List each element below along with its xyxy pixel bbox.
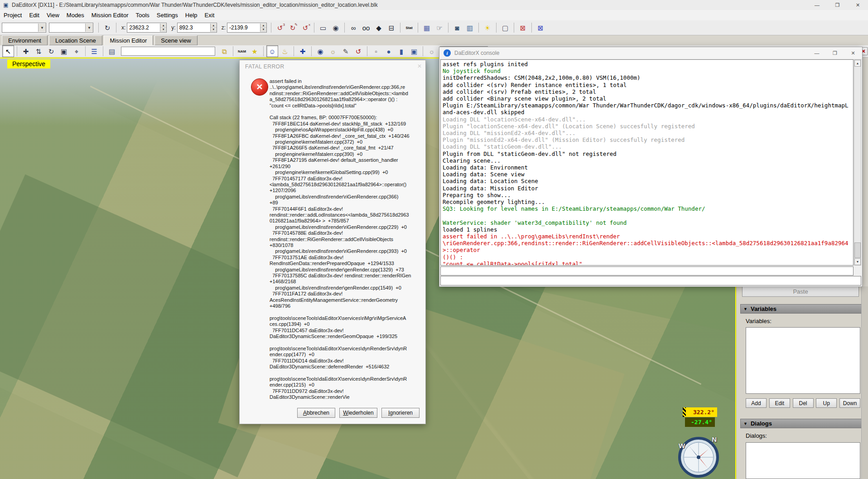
vehicle-icon[interactable]: ⊟	[386, 22, 397, 34]
combo-2[interactable]: ▼	[49, 23, 93, 33]
select-tool-icon[interactable]: ↖	[2, 45, 14, 57]
move-snap-icon[interactable]: ✚	[297, 45, 309, 57]
hand-icon[interactable]: ☞	[434, 22, 445, 34]
links-icon[interactable]: oo	[360, 22, 372, 34]
paste-button[interactable]: Paste	[742, 286, 859, 297]
teapot-icon[interactable]: ♨	[279, 45, 291, 57]
dot-icon[interactable]: ▫	[370, 45, 382, 57]
dialog-button-wiederholen[interactable]: Wiederholen	[339, 408, 377, 418]
new-doc-icon[interactable]: ▢	[499, 22, 511, 34]
drop-icon[interactable]: ◆	[373, 22, 385, 34]
dialog-button-ignorieren[interactable]: Ignorieren	[381, 408, 420, 418]
del-button[interactable]: Del	[793, 398, 814, 408]
spinner-up-icon[interactable]: ▲	[160, 24, 166, 28]
panel-scrollbar[interactable]	[861, 286, 868, 479]
dialog-button-abbrechen[interactable]: Abbrechen	[297, 408, 335, 418]
frame-select-icon[interactable]: ▭	[317, 22, 329, 34]
scale-tool-icon[interactable]: ▣	[58, 45, 70, 57]
dialogs-list[interactable]	[746, 442, 860, 479]
clear-scene-icon[interactable]: ↺	[352, 45, 364, 57]
console-window[interactable]: i DaEditorX console — ❐ ✕ asset refs plu…	[439, 47, 863, 287]
variables-section-header[interactable]: ▼ Variables	[740, 304, 865, 314]
binoculars-icon[interactable]: ∞	[347, 22, 359, 34]
object-props-icon[interactable]: ▤	[106, 45, 118, 57]
coord-input-y-[interactable]: 892.3▲▼	[177, 23, 217, 33]
variables-list[interactable]	[746, 327, 860, 394]
sun-icon[interactable]: ☀	[482, 22, 493, 34]
spinner-down-icon[interactable]: ▼	[260, 28, 266, 32]
spinner-down-icon[interactable]: ▼	[211, 28, 217, 32]
scrollbar-thumb[interactable]	[854, 242, 861, 258]
menu-item-modes[interactable]: Modes	[63, 10, 88, 20]
drop-tool-icon[interactable]: ⌖	[71, 45, 82, 57]
tab-scene-view[interactable]: Scene view	[154, 35, 197, 45]
menu-item-exit[interactable]: Exit	[201, 10, 218, 20]
menu-item-project[interactable]: Project	[0, 10, 25, 20]
tab-location-scene[interactable]: Location Scene	[49, 35, 102, 45]
disable-red-icon[interactable]: ⊠	[517, 22, 529, 34]
chart-camera-icon[interactable]: ▥	[464, 22, 476, 34]
fatal-error-dialog[interactable]: FATAL ERROR ✕ ✕ assert failed in ..\..\p…	[239, 60, 426, 424]
console-command-input[interactable]	[440, 266, 854, 276]
move-surface-tool-icon[interactable]: ⇅	[33, 45, 44, 57]
refresh-icon[interactable]: ↻	[101, 22, 113, 34]
edit-button[interactable]: Edit	[769, 398, 790, 408]
bulb-icon[interactable]: ☼	[327, 45, 339, 57]
names-icon[interactable]: NAM	[236, 45, 248, 57]
menu-item-edit[interactable]: Edit	[25, 10, 43, 20]
rotate-tool-icon[interactable]: ↻	[45, 45, 57, 57]
spinner-up-icon[interactable]: ▲	[211, 24, 217, 28]
chevron-down-icon[interactable]: ▼	[38, 24, 46, 32]
disable-blue-icon[interactable]: ⊠	[535, 22, 546, 34]
minimize-button[interactable]: —	[808, 47, 826, 59]
chevron-down-icon[interactable]: ▼	[85, 24, 93, 32]
move-tool-icon[interactable]: ✚	[20, 45, 32, 57]
up-button[interactable]: Up	[816, 398, 837, 408]
coord-input-z-[interactable]: -2139.9▲▼	[227, 23, 267, 33]
collapse-triangle-icon[interactable]: ▼	[743, 421, 747, 426]
menu-item-view[interactable]: View	[43, 10, 63, 20]
object-filter-input[interactable]	[121, 47, 215, 56]
layers-icon[interactable]: ⧉	[218, 45, 230, 57]
viewport-projection-label[interactable]: Perspective	[7, 59, 50, 68]
spheres-toggle-icon[interactable]: ☺	[266, 45, 278, 57]
maximize-button[interactable]: ❐	[827, 0, 848, 10]
down-button[interactable]: Down	[839, 398, 860, 408]
cube-object-icon[interactable]: ▣	[408, 45, 420, 57]
menu-item-tools[interactable]: Tools	[132, 10, 153, 20]
menu-item-help[interactable]: Help	[182, 10, 201, 20]
sphere-light-icon[interactable]: ◉	[314, 45, 326, 57]
select-by-name-icon[interactable]: ☰	[88, 45, 100, 57]
close-icon[interactable]: ✕	[417, 63, 422, 69]
close-button[interactable]: ✕	[844, 47, 862, 59]
maximize-button[interactable]: ❐	[826, 47, 844, 59]
render-view-icon[interactable]: ◉	[330, 22, 342, 34]
combo-1[interactable]: ▼	[2, 23, 46, 33]
console-log-area[interactable]: asset refs plugins initedNo joystick fou…	[440, 59, 854, 266]
scroll-down-icon[interactable]: ▼	[854, 258, 861, 265]
scroll-up-icon[interactable]: ▲	[854, 60, 861, 67]
sphere-object-icon[interactable]: ●	[383, 45, 395, 57]
compass-widget[interactable]: W N	[678, 436, 719, 478]
red-tool-3-icon[interactable]: ↺3	[274, 22, 286, 34]
menu-item-mission-editor[interactable]: Mission Editor	[88, 10, 132, 20]
cylinder-object-icon[interactable]: ▮	[395, 45, 407, 57]
stat-icon[interactable]: Stat	[403, 22, 415, 34]
menu-item-settings[interactable]: Settings	[153, 10, 182, 20]
collapse-triangle-icon[interactable]: ▼	[743, 307, 747, 311]
stack-edit-icon[interactable]: ✎	[340, 45, 352, 57]
red-tool-cancel-icon[interactable]: ↺x	[299, 22, 311, 34]
minimize-button[interactable]: —	[807, 0, 827, 10]
grid-panels-icon[interactable]: ▦	[421, 22, 433, 34]
close-button[interactable]: ✕	[848, 0, 868, 10]
console-titlebar[interactable]: i DaEditorX console — ❐ ✕	[439, 47, 862, 59]
waypoints-icon[interactable]: ★	[249, 45, 260, 57]
console-scrollbar[interactable]: ▲ ▼	[854, 59, 861, 266]
add-button[interactable]: Add	[746, 398, 767, 408]
dialogs-section-header[interactable]: ▼ Dialogs	[740, 419, 865, 428]
app-titlebar[interactable]: ▣ DaEditorX [DX11] - E:/SteamLibrary/ste…	[0, 0, 868, 10]
tab-mission-editor[interactable]: Mission Editor	[104, 35, 154, 45]
camera-icon[interactable]: ◙	[451, 22, 463, 34]
coord-input-x-[interactable]: 23623.2▲▼	[127, 23, 167, 33]
spinner-up-icon[interactable]: ▲	[260, 24, 266, 28]
